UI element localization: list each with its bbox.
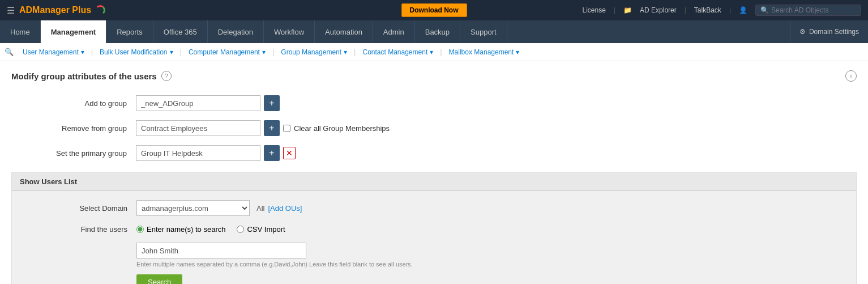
chevron-down-icon: ▾ <box>344 48 347 56</box>
subnav-mailbox-management[interactable]: Mailbox Management ▾ <box>444 43 524 61</box>
domain-settings-button[interactable]: ⚙ Domain Settings <box>790 20 868 43</box>
download-button[interactable]: Download Now <box>401 3 467 17</box>
chevron-down-icon: ▾ <box>170 48 173 56</box>
name-input-group: Enter multiple names separated by a comm… <box>136 243 413 284</box>
subnav-computer-management[interactable]: Computer Management ▾ <box>184 43 270 61</box>
nav-item-automation[interactable]: Automation <box>315 20 373 43</box>
top-bar-left: ☰ ADManager Plus <box>7 5 105 16</box>
folder-icon: 📁 <box>623 6 632 14</box>
nav-item-workflow[interactable]: Workflow <box>264 20 315 43</box>
name-search-input[interactable] <box>136 243 306 258</box>
top-bar: ☰ ADManager Plus Download Now License | … <box>0 0 868 20</box>
radio-csv-label: CSV Import <box>247 225 285 234</box>
primary-group-label: Set the primary group <box>23 149 136 158</box>
clear-memberships-label: Clear all Group Memberships <box>294 124 390 133</box>
search-ad-container: 🔍 <box>755 5 861 16</box>
top-bar-right: License | 📁 AD Explorer | TalkBack | 👤 🔍 <box>583 5 861 16</box>
add-ous-link[interactable]: [Add OUs] <box>268 204 302 213</box>
page-title: Modify group attributes of the users <box>11 71 157 81</box>
info-icon[interactable]: i <box>845 70 857 82</box>
radio-enter-names-input[interactable] <box>136 226 144 233</box>
remove-from-group-add-button[interactable]: + <box>264 120 280 136</box>
search-small-icon: 🔍 <box>760 6 769 14</box>
all-text: All <box>256 204 264 213</box>
primary-group-input[interactable] <box>136 145 260 161</box>
nav-item-admin[interactable]: Admin <box>373 20 415 43</box>
radio-group: Enter name(s) to search CSV Import <box>136 225 285 234</box>
select-domain-group: admanagerplus.com All [Add OUs] <box>136 200 302 216</box>
remove-from-group-input-group: + Clear all Group Memberships <box>136 120 390 136</box>
subnav-search-icon: 🔍 <box>5 48 14 56</box>
radio-csv-input[interactable] <box>237 226 244 233</box>
select-domain-label: Select Domain <box>23 204 136 213</box>
page-title-row: Modify group attributes of the users ? i <box>11 70 857 82</box>
add-to-group-input[interactable] <box>136 95 260 111</box>
show-users-section: Show Users List Select Domain admanagerp… <box>11 172 857 284</box>
name-input-row: Enter multiple names separated by a comm… <box>23 243 845 284</box>
nav-item-delegation[interactable]: Delegation <box>208 20 264 43</box>
remove-from-group-label: Remove from group <box>23 124 136 133</box>
nav-item-backup[interactable]: Backup <box>415 20 460 43</box>
chevron-down-icon: ▾ <box>262 48 266 56</box>
chevron-down-icon: ▾ <box>516 48 519 56</box>
nav-item-reports[interactable]: Reports <box>106 20 153 43</box>
sub-nav: 🔍 User Management ▾ | Bulk User Modifica… <box>0 43 868 61</box>
clear-memberships-group: Clear all Group Memberships <box>283 124 390 133</box>
add-to-group-row: Add to group + <box>23 95 845 111</box>
hamburger-icon[interactable]: ☰ <box>7 5 15 16</box>
gear-icon: ⚙ <box>799 28 806 36</box>
user-icon[interactable]: 👤 <box>739 6 747 14</box>
radio-enter-names[interactable]: Enter name(s) to search <box>136 225 225 234</box>
search-button[interactable]: Search <box>136 274 182 284</box>
add-to-group-input-group: + <box>136 95 280 111</box>
nav-item-support[interactable]: Support <box>460 20 507 43</box>
show-users-body: Select Domain admanagerplus.com All [Add… <box>12 191 856 284</box>
main-content: Modify group attributes of the users ? i… <box>0 61 868 284</box>
primary-group-row: Set the primary group + ✕ <box>23 145 845 161</box>
select-domain-row: Select Domain admanagerplus.com All [Add… <box>23 200 845 216</box>
primary-group-remove-button[interactable]: ✕ <box>283 147 296 159</box>
license-link[interactable]: License <box>583 6 606 14</box>
domain-select[interactable]: admanagerplus.com <box>136 200 250 216</box>
search-ad-input[interactable] <box>771 6 856 14</box>
nav-item-home[interactable]: Home <box>0 20 41 43</box>
helper-text: Enter multiple names separated by a comm… <box>136 261 413 268</box>
help-icon[interactable]: ? <box>161 71 172 81</box>
remove-from-group-input[interactable] <box>136 120 260 136</box>
talkback-link[interactable]: TalkBack <box>694 6 721 14</box>
subnav-contact-management[interactable]: Contact Management ▾ <box>358 43 438 61</box>
radio-csv-import[interactable]: CSV Import <box>237 225 285 234</box>
show-users-header: Show Users List <box>12 173 856 191</box>
form-section: Add to group + Remove from group + Clear… <box>11 95 857 161</box>
radio-enter-names-label: Enter name(s) to search <box>147 225 225 234</box>
primary-group-input-group: + ✕ <box>136 145 296 161</box>
subnav-bulk-user-modification[interactable]: Bulk User Modification ▾ <box>95 43 177 61</box>
subnav-group-management[interactable]: Group Management ▾ <box>276 43 352 61</box>
find-users-row: Find the users Enter name(s) to search C… <box>23 225 845 234</box>
primary-group-add-button[interactable]: + <box>264 145 280 161</box>
nav-bar: Home Management Reports Office 365 Deleg… <box>0 20 868 43</box>
logo-text: ADManager Plus <box>19 5 105 16</box>
remove-from-group-row: Remove from group + Clear all Group Memb… <box>23 120 845 136</box>
add-to-group-button[interactable]: + <box>264 95 280 111</box>
subnav-user-management[interactable]: User Management ▾ <box>18 43 89 61</box>
ad-explorer-link[interactable]: AD Explorer <box>640 6 677 14</box>
find-users-label: Find the users <box>23 225 136 234</box>
nav-item-management[interactable]: Management <box>41 20 106 43</box>
nav-item-office365[interactable]: Office 365 <box>153 20 208 43</box>
add-to-group-label: Add to group <box>23 99 136 108</box>
logo-arc-icon <box>95 5 105 15</box>
chevron-down-icon: ▾ <box>81 48 84 56</box>
chevron-down-icon: ▾ <box>430 48 433 56</box>
clear-memberships-checkbox[interactable] <box>283 125 290 132</box>
